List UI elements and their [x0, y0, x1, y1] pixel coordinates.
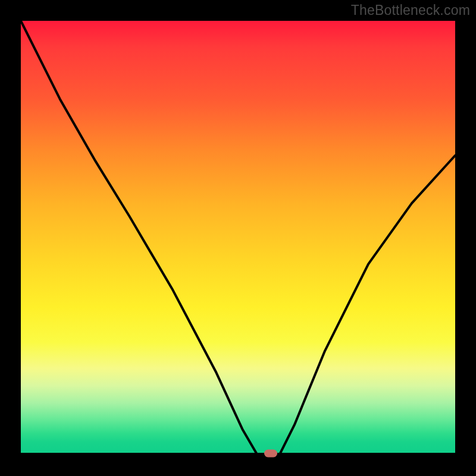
bottleneck-marker	[264, 450, 277, 458]
chart-frame: TheBottleneck.com	[0, 0, 476, 476]
watermark-text: TheBottleneck.com	[351, 2, 470, 18]
plot-area	[21, 21, 455, 455]
bottleneck-curve	[21, 21, 455, 455]
curve-path	[21, 21, 455, 455]
x-axis-baseline	[21, 453, 455, 455]
